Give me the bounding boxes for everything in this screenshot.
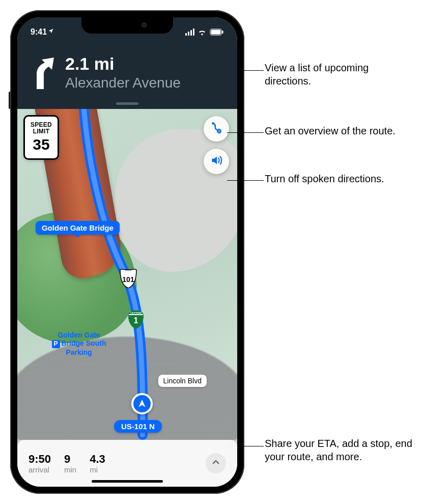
miles-value: 4.3 xyxy=(90,453,105,466)
stat-minutes: 9 min xyxy=(64,453,76,474)
callout-directions-list: View a list of upcoming directions. xyxy=(265,61,417,88)
current-location-icon xyxy=(131,393,153,414)
expand-route-card-button[interactable] xyxy=(206,453,226,473)
poi-text: Parking xyxy=(66,348,92,356)
map-view[interactable]: SPEEDLIMIT 35 Golden Gate Bridge 101 CAL… xyxy=(17,109,237,440)
svg-text:CALIFORNIA: CALIFORNIA xyxy=(130,312,142,314)
next-turn-distance: 2.1 mi xyxy=(65,54,181,73)
route-overview-button[interactable] xyxy=(204,116,229,142)
speed-limit-value: 35 xyxy=(33,136,49,153)
cell-signal-icon xyxy=(185,29,194,36)
audio-toggle-button[interactable] xyxy=(204,149,229,174)
highway-shield-101: 101 xyxy=(119,268,137,288)
home-indicator[interactable] xyxy=(92,480,163,483)
speed-limit-label-bottom: LIMIT xyxy=(33,128,50,135)
poi-text: Bridge South xyxy=(62,339,106,347)
route-overview-icon xyxy=(210,121,223,136)
notch xyxy=(81,17,173,34)
arrival-time: 9:50 xyxy=(29,453,51,466)
callout-leader xyxy=(227,180,264,181)
callout-audio: Turn off spoken directions. xyxy=(265,172,384,185)
battery-icon xyxy=(210,29,224,36)
callout-leader xyxy=(227,132,264,133)
svg-rect-2 xyxy=(222,31,223,34)
callout-overview: Get an overview of the route. xyxy=(265,124,396,137)
location-services-icon xyxy=(48,28,54,36)
parking-icon: P xyxy=(52,340,60,348)
arrival-label: arrival xyxy=(29,465,51,474)
wifi-icon xyxy=(198,29,207,36)
speaker-icon xyxy=(210,154,223,169)
stat-arrival: 9:50 arrival xyxy=(29,453,51,474)
minutes-value: 9 xyxy=(64,453,76,466)
street-label-lincoln: Lincoln Blvd xyxy=(158,375,207,387)
stat-miles: 4.3 mi xyxy=(90,453,105,474)
miles-label: mi xyxy=(90,465,105,474)
turn-right-icon xyxy=(29,57,56,89)
speed-limit-sign: SPEEDLIMIT 35 xyxy=(23,115,59,160)
svg-text:1: 1 xyxy=(134,316,138,325)
svg-point-5 xyxy=(218,130,220,132)
place-label-golden-gate-bridge[interactable]: Golden Gate Bridge xyxy=(36,221,120,235)
poi-label-parking[interactable]: Golden Gate PBridge South Parking xyxy=(46,331,112,356)
banner-grabber-icon[interactable] xyxy=(116,102,138,105)
status-time: 9:41 xyxy=(31,27,47,37)
chevron-up-icon xyxy=(211,458,220,469)
route-summary-card[interactable]: 9:50 arrival 9 min 4.3 mi xyxy=(17,440,237,487)
svg-text:101: 101 xyxy=(122,275,134,284)
highway-shield-ca1: CALIFORNIA1 xyxy=(127,310,145,329)
phone-frame: 9:41 2.1 mi Alexander xyxy=(10,10,244,494)
minutes-label: min xyxy=(64,465,76,474)
svg-rect-1 xyxy=(211,30,221,35)
svg-point-3 xyxy=(212,122,214,125)
screen: 9:41 2.1 mi Alexander xyxy=(17,17,237,487)
route-road-pill: US-101 N xyxy=(114,420,162,433)
next-turn-street: Alexander Avenue xyxy=(65,75,181,91)
poi-text: Golden Gate xyxy=(58,331,100,339)
callout-expand: Share your ETA, add a stop, end your rou… xyxy=(265,437,417,463)
